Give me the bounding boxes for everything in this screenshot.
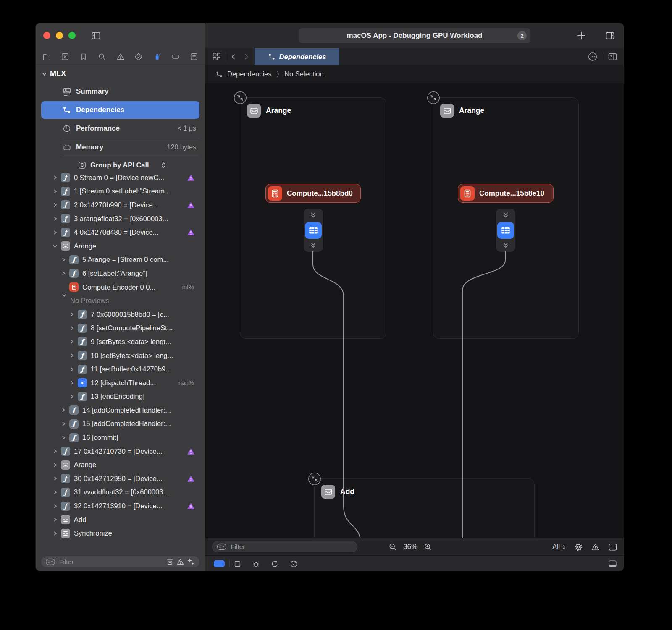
chevron-down-icon[interactable] — [52, 243, 61, 248]
chevron-right-icon[interactable] — [52, 216, 61, 221]
tree-row[interactable]: ƒ8 [setComputePipelineSt... — [36, 322, 205, 335]
search-navigator-icon[interactable] — [97, 51, 108, 62]
chevron-right-icon[interactable] — [52, 504, 61, 509]
chevron-right-icon[interactable] — [61, 435, 69, 440]
sidebar-item-memory[interactable]: Memory 120 bytes — [41, 139, 200, 156]
tree-row[interactable]: Synchronize — [36, 526, 205, 540]
tree-row[interactable]: ƒ0 Stream 0 = [Device newC... — [36, 171, 205, 185]
report-navigator-icon[interactable] — [189, 51, 200, 62]
tree-row[interactable]: Compute Encoder 0 0...inf% — [36, 280, 205, 294]
debug-navigator-icon[interactable] — [152, 51, 163, 62]
buffer-grid-icon[interactable] — [305, 222, 322, 239]
tree-row[interactable]: ƒ6 [setLabel:"Arange"] — [36, 267, 205, 280]
buffer-grid-icon[interactable] — [497, 222, 514, 239]
chevron-right-icon[interactable] — [52, 531, 61, 536]
tree-row[interactable]: ƒ7 0x6000015b8bd0 = [c... — [36, 308, 205, 322]
sidebar-filter-input[interactable] — [58, 558, 164, 566]
chevron-right-icon[interactable] — [61, 421, 69, 426]
add-editor-button[interactable] — [607, 52, 618, 62]
chevron-right-icon[interactable] — [61, 257, 69, 262]
zoom-window-button[interactable] — [68, 32, 76, 39]
compute-encoder-node[interactable]: Compute...15b8e10 — [458, 184, 554, 203]
sparkle-cursor-icon[interactable] — [186, 557, 195, 566]
canvas-filter-input[interactable] — [230, 543, 353, 551]
toggle-sidebar-icon[interactable] — [90, 31, 102, 41]
tree-row[interactable]: ƒ17 0x142710730 = [Device... — [36, 444, 205, 458]
close-window-button[interactable] — [43, 32, 50, 39]
sidebar-item-performance[interactable]: Performance < 1 μs — [41, 120, 200, 137]
tree-row[interactable]: ƒ10 [setBytes:<data> leng... — [36, 349, 205, 363]
tree-row[interactable]: ƒ3 arangefloat32 = [0x600003... — [36, 212, 205, 226]
tree-row[interactable]: Arange — [36, 458, 205, 472]
chevron-right-icon[interactable] — [61, 408, 69, 413]
show-inspector-button[interactable] — [604, 31, 616, 41]
graph-group-arange-2[interactable]: Arange Compute...15b8e10 — [433, 97, 579, 339]
reload-icon[interactable] — [270, 559, 280, 569]
chevron-right-icon[interactable] — [69, 380, 78, 385]
warnings-icon[interactable] — [591, 542, 600, 552]
chevron-right-icon[interactable] — [52, 463, 61, 468]
tree-row[interactable]: ƒ5 Arange = [Stream 0 com... — [36, 253, 205, 267]
sidebar-filter-bar[interactable] — [41, 556, 200, 567]
stop-frame-icon[interactable] — [232, 559, 242, 569]
zoom-level[interactable]: 36% — [403, 543, 417, 551]
show-right-panel-icon[interactable] — [607, 542, 618, 552]
chevron-right-icon[interactable] — [52, 490, 61, 495]
window-title-pill[interactable]: macOS App - Debugging GPU Workload 2 — [299, 28, 530, 43]
tree-row[interactable]: ƒ30 0x142712950 = [Device... — [36, 472, 205, 486]
chevron-right-icon[interactable] — [69, 339, 78, 344]
tree-row[interactable]: ƒ9 [setBytes:<data> lengt... — [36, 335, 205, 349]
minimize-window-button[interactable] — [56, 32, 63, 39]
tree-row[interactable]: ƒ2 0x14270b990 = [Device... — [36, 198, 205, 212]
graph-group-arange-1[interactable]: Arange Compute...15b8bd0 — [240, 97, 386, 339]
tree-row[interactable]: Add — [36, 513, 205, 527]
tests-navigator-icon[interactable] — [133, 51, 144, 62]
breadcrumb-item[interactable]: Dependencies — [227, 70, 272, 78]
flatten-list-icon[interactable] — [165, 557, 174, 566]
chevron-right-icon[interactable] — [69, 367, 78, 372]
chevron-right-icon[interactable] — [69, 312, 78, 317]
chevron-right-icon[interactable] — [52, 175, 61, 180]
hide-debug-area-icon[interactable] — [607, 559, 618, 568]
debug-bug-icon[interactable] — [251, 559, 261, 569]
tree-row[interactable]: ƒ13 [endEncoding] — [36, 390, 205, 404]
chevron-right-icon[interactable] — [52, 189, 61, 194]
chevron-right-icon[interactable] — [61, 271, 69, 276]
chevron-right-icon[interactable] — [52, 230, 61, 235]
sidebar-item-summary[interactable]: Summary — [41, 83, 200, 100]
tree-row[interactable]: 12 [dispatchThread...nan% — [36, 376, 205, 390]
gpu-frame-navigator-icon[interactable] — [60, 51, 71, 62]
tree-row[interactable]: ƒ16 [commit] — [36, 431, 205, 444]
tree-row[interactable]: Arange — [36, 239, 205, 253]
tab-overview-icon[interactable] — [212, 52, 221, 61]
back-button[interactable] — [229, 52, 238, 61]
tree-row[interactable]: ƒ15 [addCompletedHandler:... — [36, 417, 205, 431]
sidebar-item-dependencies[interactable]: Dependencies — [41, 101, 200, 119]
chevron-right-icon[interactable] — [69, 326, 78, 331]
forward-button[interactable] — [242, 52, 250, 61]
tree-row[interactable]: No Previews — [36, 294, 205, 308]
tree-row[interactable]: ƒ1 [Stream 0 setLabel:"Stream... — [36, 185, 205, 199]
debug-bar-toggle[interactable] — [214, 560, 225, 567]
tree-row[interactable]: ƒ11 [setBuffer:0x14270b9... — [36, 362, 205, 376]
graph-group-add[interactable]: Add — [314, 478, 535, 538]
chevron-right-icon[interactable] — [69, 353, 78, 358]
tree-root-mlx[interactable]: MLX — [42, 69, 66, 78]
group-by-api-call-control[interactable]: C Group by API Call — [41, 157, 200, 173]
collapse-group-button[interactable] — [308, 472, 321, 486]
zoom-in-icon[interactable] — [423, 542, 433, 552]
settings-gear-icon[interactable] — [574, 542, 583, 552]
chevron-right-icon[interactable] — [69, 394, 78, 399]
issues-navigator-icon[interactable] — [115, 51, 126, 62]
chevron-right-icon[interactable] — [52, 476, 61, 481]
tree-row[interactable]: ƒ32 0x142713910 = [Device... — [36, 499, 205, 513]
canvas-filter-bar[interactable] — [212, 541, 357, 552]
chevron-down-icon[interactable] — [42, 71, 47, 76]
add-tab-button[interactable] — [576, 30, 587, 41]
collapse-group-button[interactable] — [427, 91, 440, 105]
tree-row[interactable]: ƒ4 0x14270d480 = [Device... — [36, 225, 205, 239]
warnings-filter-icon[interactable] — [176, 557, 185, 566]
chevron-right-icon[interactable] — [52, 517, 61, 522]
chevron-right-icon[interactable] — [52, 202, 61, 207]
chevron-right-icon[interactable] — [52, 449, 61, 454]
